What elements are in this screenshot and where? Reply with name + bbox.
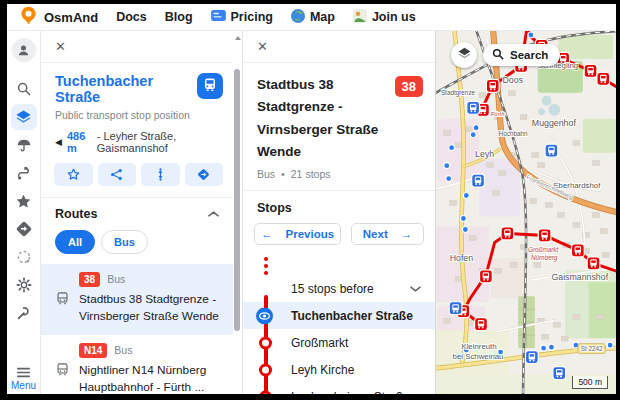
join-us-icon (353, 9, 367, 26)
rail-item-weather[interactable] (11, 132, 37, 158)
map-canvas[interactable]: DoosSchnieglingMuggenhofLeyhEberhardshof… (436, 31, 616, 394)
rail-item-favorites[interactable] (11, 188, 37, 214)
transit-point-icon (449, 145, 455, 151)
menu-button[interactable]: Menu (7, 364, 40, 391)
routes-header-label: Routes (55, 207, 97, 221)
stop-name: Tuchenbacher Straße (291, 309, 413, 323)
route-type: Bus (257, 168, 275, 180)
stops-before-toggle[interactable]: 15 stops before (243, 276, 435, 302)
transit-point-icon (444, 163, 450, 169)
route-title: Stadtbus 38 Stadtgrenze - Virnsberger St… (257, 74, 385, 163)
next-label: Next (363, 228, 388, 240)
stops-before-label: 15 stops before (291, 282, 374, 296)
close-icon[interactable]: ✕ (257, 40, 268, 53)
stop-marker-icon (259, 363, 272, 376)
map-style-button[interactable] (451, 42, 477, 68)
transit-point-icon (473, 125, 479, 131)
bus-icon (202, 77, 218, 96)
map-place-label: Gaismannshof (551, 272, 608, 282)
star-outline-icon (67, 168, 80, 181)
routes-section-header[interactable]: Routes (41, 198, 233, 228)
route-list: 38BusStadtbus 38 Stadtgrenze - Virnsberg… (41, 264, 233, 394)
nav-join-us[interactable]: Join us (353, 9, 416, 26)
rail-item-account[interactable] (12, 38, 36, 62)
transport-stop-button[interactable] (197, 73, 223, 99)
stop-panel-scrollbar[interactable] (233, 31, 243, 394)
osmand-logo-icon (20, 6, 37, 28)
stop-name: Großmarkt (291, 336, 348, 350)
map-scale-bar: 500 m (572, 376, 608, 389)
search-icon (16, 81, 32, 97)
stop-title: Tuchenbacher Straße (55, 73, 197, 105)
rail-item-navigation[interactable] (11, 216, 37, 242)
rail-item-tools[interactable] (11, 300, 37, 326)
red-bus-stop-icon (584, 64, 597, 77)
left-icon-rail: Menu (7, 31, 41, 394)
dot-separator: • (281, 168, 285, 180)
route-details-panel: ✕ Stadtbus 38 Stadtgrenze - Virnsberger … (243, 31, 436, 394)
transit-point-icon (607, 342, 613, 348)
stop-row[interactable]: Leyh Kirche (243, 356, 435, 383)
rail-item-track-recorder[interactable] (11, 244, 37, 270)
search-label: Search (510, 49, 548, 61)
transit-point-icon (446, 176, 452, 182)
measure-icon (154, 168, 167, 181)
map-search[interactable]: Search (483, 44, 560, 66)
arrow-left-icon: ← (261, 228, 273, 240)
map-place-label: Leyh (475, 149, 494, 159)
filter-chip-bus[interactable]: Bus (101, 230, 148, 254)
stop-row[interactable]: Tuchenbacher Straße (243, 302, 435, 329)
pricing-icon (211, 10, 226, 24)
stop-panel-header: ✕ (41, 31, 233, 63)
nav-blog[interactable]: Blog (165, 10, 193, 24)
filter-chip-all[interactable]: All (55, 230, 95, 254)
nav-label: Docs (116, 10, 147, 24)
blue-bus-stop-icon (472, 174, 485, 187)
scrollbar-thumb[interactable] (234, 69, 240, 331)
menu-icon (15, 364, 32, 381)
route-filter-chips: AllBus (41, 228, 233, 264)
favorite-button[interactable] (54, 163, 93, 186)
rail-item-search[interactable] (11, 76, 37, 102)
red-bus-stop-icon (501, 227, 514, 240)
nav-docs[interactable]: Docs (116, 10, 147, 24)
stop-row[interactable]: Großmarkt (243, 329, 435, 356)
map-place-label: Hochbahn (499, 130, 528, 137)
nav-pricing[interactable]: Pricing (211, 10, 273, 24)
close-icon[interactable]: ✕ (55, 40, 66, 53)
transit-point-icon (470, 132, 476, 138)
nav-label: Blog (165, 10, 193, 24)
blue-bus-stop-icon (467, 101, 480, 114)
rail-item-settings[interactable] (11, 272, 37, 298)
previous-stop-button[interactable]: ← Previous (254, 223, 341, 245)
map-place-label: Kleinreuth (461, 342, 496, 351)
brand[interactable]: OsmAnd (20, 6, 98, 28)
next-stop-button[interactable]: Next → (351, 223, 424, 245)
distance-row: ◀ 486 m - Leyher Straße, Gaismannshof (41, 121, 233, 154)
route-item-38[interactable]: 38BusStadtbus 38 Stadtgrenze - Virnsberg… (41, 264, 233, 335)
search-icon (492, 48, 504, 62)
scroll-up-arrow-icon[interactable] (235, 36, 241, 40)
directions-button[interactable] (185, 163, 224, 186)
route-name: Stadtbus 38 Stadtgrenze - Virnsberger St… (79, 291, 223, 325)
stop-row[interactable]: Lenkersheimer Straße (243, 383, 435, 394)
route-item-n14[interactable]: N14BusNightliner N14 Nürnberg Hauptbahnh… (41, 335, 233, 394)
red-bus-stop-icon (571, 244, 584, 257)
transit-point-icon (460, 215, 466, 221)
route-stop-count: 21 stops (291, 168, 331, 180)
map[interactable]: DoosSchnieglingMuggenhofLeyhEberhardshof… (436, 31, 616, 394)
rail-item-map-layers[interactable] (11, 104, 37, 130)
nav-map[interactable]: Map (291, 9, 335, 26)
person-icon (16, 43, 31, 58)
nav-label: Map (310, 10, 335, 24)
measure-button[interactable] (141, 163, 180, 186)
top-navigation-bar: OsmAnd DocsBlogPricingMapJoin us (7, 4, 616, 30)
brand-name: OsmAnd (44, 10, 98, 25)
map-place-label: bei Schweinau (453, 352, 504, 361)
rail-item-plan-route[interactable] (11, 160, 37, 186)
share-button[interactable] (98, 163, 137, 186)
stop-subtitle: Public transport stop position (55, 109, 197, 121)
red-bus-stop-icon (480, 270, 493, 283)
star-icon (15, 193, 32, 210)
umbrella-icon (16, 137, 32, 153)
